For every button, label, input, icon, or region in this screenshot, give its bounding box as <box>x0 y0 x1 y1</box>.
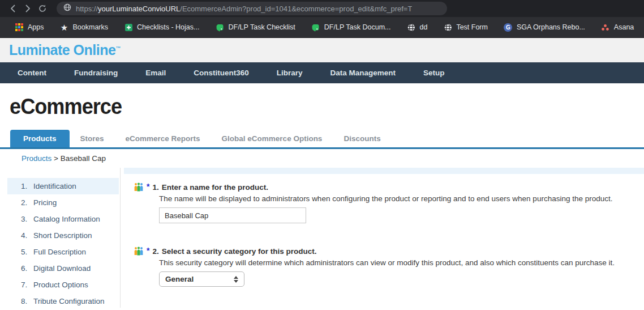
globe-icon <box>406 23 415 32</box>
nav-item-fundraising[interactable]: Fundraising <box>74 69 118 77</box>
bookmark-bookmarks[interactable]: ★ Bookmarks <box>53 20 115 35</box>
sidebar-item-identification[interactable]: 1.Identification <box>7 178 119 194</box>
sidebar-item-product-options[interactable]: 7.Product Options <box>7 277 119 293</box>
tab-bar: Products Stores eCommerce Reports Global… <box>10 130 644 147</box>
question-help-text: The name will be displayed to administra… <box>159 194 644 203</box>
nav-item-library[interactable]: Library <box>277 69 303 77</box>
selected-value: General <box>165 275 194 283</box>
reload-icon[interactable] <box>35 1 50 16</box>
bookmark-dd[interactable]: dd <box>400 20 434 35</box>
required-asterisk: * <box>147 182 149 191</box>
browser-toolbar: https://yourLuminateConvioURL/EcommerceA… <box>0 0 644 17</box>
bookmark-label: Apps <box>28 23 44 31</box>
nav-item-setup[interactable]: Setup <box>423 69 445 77</box>
sidebar-item-full-description[interactable]: 5.Full Description <box>7 244 119 260</box>
sidebar-item-catalog-information[interactable]: 3.Catalog Information <box>7 211 119 227</box>
breadcrumb: Products > Baseball Cap <box>0 149 644 163</box>
bookmark-label: Checklists - Hojas... <box>137 23 199 31</box>
bookmark-label: DF/LP Task Checklist <box>228 23 295 31</box>
main-nav: Content Fundraising Email Constituent360… <box>0 62 644 83</box>
asana-icon <box>601 23 610 32</box>
security-category-select[interactable]: General <box>159 271 244 287</box>
product-name-input[interactable] <box>159 207 306 223</box>
nav-item-content[interactable]: Content <box>18 69 46 77</box>
select-carets-icon <box>234 276 238 283</box>
luminate-logo[interactable]: Luminate Online™ <box>9 42 121 58</box>
bookmark-task-docum[interactable]: DF/LP Task Docum... <box>304 20 398 35</box>
url-bar[interactable]: https://yourLuminateConvioURL/EcommerceA… <box>57 2 447 15</box>
breadcrumb-current: Baseball Cap <box>61 154 106 163</box>
evernote-icon <box>215 23 224 32</box>
sidebar-item-tribute-configuration[interactable]: 8.Tribute Configuration <box>7 293 119 309</box>
forward-icon[interactable] <box>20 1 35 16</box>
tab-products[interactable]: Products <box>10 130 70 147</box>
question-number: 1. <box>152 183 158 192</box>
bookmark-label: Asana <box>614 23 634 31</box>
sidebar-item-short-description[interactable]: 4.Short Description <box>7 227 119 244</box>
question-product-name: * 1. Enter a name for the product. The n… <box>124 182 644 223</box>
sheets-icon <box>124 23 133 32</box>
bookmark-asana[interactable]: Asana <box>594 20 641 35</box>
page-title: eCommerce <box>10 95 612 119</box>
site-globe-icon <box>63 3 71 14</box>
bookmark-label: SGA Orphans Rebo... <box>517 23 585 31</box>
tab-stores[interactable]: Stores <box>70 130 115 147</box>
question-title: Select a security category for this prod… <box>162 247 317 256</box>
bookmark-label: DF/LP Task Docum... <box>324 23 391 31</box>
nav-item-email[interactable]: Email <box>145 69 166 77</box>
bookmark-task-checklist[interactable]: DF/LP Task Checklist <box>208 20 302 35</box>
nav-item-constituent360[interactable]: Constituent360 <box>194 69 249 77</box>
bookmark-label: Bookmarks <box>73 23 109 31</box>
question-security-category: * 2. Select a security category for this… <box>124 247 644 287</box>
bookmark-sga-orphans[interactable]: G SGA Orphans Rebo... <box>497 20 592 35</box>
question-title: Enter a name for the product. <box>162 183 268 192</box>
people-icon <box>134 247 144 256</box>
question-number: 2. <box>152 247 158 256</box>
step-sidebar: 1.Identification 2.Pricing 3.Catalog Inf… <box>0 168 121 308</box>
globe-icon <box>443 23 452 32</box>
people-icon <box>134 182 144 192</box>
bookmark-label: dd <box>419 23 427 31</box>
question-help-text: This security category will determine wh… <box>159 258 644 267</box>
required-asterisk: * <box>147 246 149 255</box>
star-icon: ★ <box>60 23 69 32</box>
bookmarks-bar: Apps ★ Bookmarks Checklists - Hojas... D… <box>0 17 644 38</box>
back-icon[interactable] <box>6 1 20 16</box>
panel-header-stripe <box>124 168 644 174</box>
breadcrumb-products-link[interactable]: Products <box>22 154 51 163</box>
tab-discounts[interactable]: Discounts <box>333 130 391 147</box>
apps-grid-icon <box>15 23 24 32</box>
bookmark-apps[interactable]: Apps <box>8 20 51 35</box>
url-text: https://yourLuminateConvioURL/EcommerceA… <box>76 5 412 13</box>
evernote-icon <box>311 23 320 32</box>
sidebar-item-pricing[interactable]: 2.Pricing <box>7 194 119 211</box>
g-badge-icon: G <box>504 23 513 32</box>
tab-global-ecommerce-options[interactable]: Global eCommerce Options <box>211 130 333 147</box>
bookmark-label: Test Form <box>456 23 488 31</box>
bookmark-test-form[interactable]: Test Form <box>436 20 495 35</box>
app-header: Luminate Online™ <box>0 38 644 62</box>
nav-item-data-management[interactable]: Data Management <box>330 69 396 77</box>
breadcrumb-separator: > <box>54 154 58 163</box>
bookmark-checklists[interactable]: Checklists - Hojas... <box>117 20 206 35</box>
tab-ecommerce-reports[interactable]: eCommerce Reports <box>115 130 211 147</box>
sidebar-item-digital-download[interactable]: 6.Digital Download <box>7 260 119 277</box>
form-panel: * 1. Enter a name for the product. The n… <box>124 168 644 308</box>
